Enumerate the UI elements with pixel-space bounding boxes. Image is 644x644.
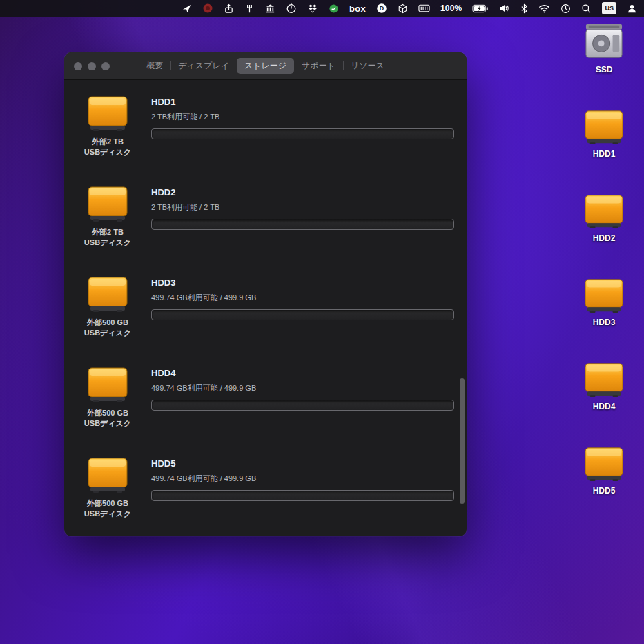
window-scrollbar[interactable] bbox=[460, 378, 465, 504]
record-app-icon[interactable] bbox=[202, 2, 213, 14]
external-drive-icon bbox=[572, 277, 636, 314]
drive-icon-column: 外部2 TB USBディスク bbox=[74, 184, 142, 265]
utensils-app-icon[interactable] bbox=[244, 2, 255, 14]
storage-panel: 外部2 TB USBディスク HDD1 2 TB利用可能 / 2 TB bbox=[64, 80, 467, 536]
traffic-lights bbox=[74, 52, 110, 79]
drive-info: HDD3 499.74 GB利用可能 / 499.9 GB bbox=[151, 275, 454, 355]
drive-row: 外部500 GB USBディスク HDD5 499.74 GB利用可能 / 49… bbox=[64, 446, 467, 536]
desktop-icon-hdd5[interactable]: HDD5 bbox=[572, 445, 636, 496]
drive-name: HDD2 bbox=[151, 187, 454, 197]
drive-caption-line2: USBディスク bbox=[74, 509, 142, 519]
input-source-badge[interactable]: US bbox=[602, 2, 616, 14]
drive-availability: 499.74 GB利用可能 / 499.9 GB bbox=[151, 383, 454, 393]
external-drive-icon bbox=[74, 94, 142, 133]
zoom-button[interactable] bbox=[101, 62, 110, 70]
drive-caption-line2: USBディスク bbox=[74, 147, 142, 157]
drive-availability: 2 TB利用可能 / 2 TB bbox=[151, 202, 454, 213]
desktop-icon-hdd3[interactable]: HDD3 bbox=[572, 277, 636, 327]
desktop: box D 100% bbox=[0, 0, 644, 644]
timer-app-icon[interactable] bbox=[286, 2, 297, 14]
tab-strip: 概要 ディスプレイ ストレージ サポート リソース bbox=[139, 58, 392, 73]
window-titlebar: 概要 ディスプレイ ストレージ サポート リソース bbox=[64, 52, 467, 80]
tab-label: リソース bbox=[351, 61, 384, 70]
tab-label: ストレージ bbox=[244, 61, 286, 70]
tab-label: ディスプレイ bbox=[178, 61, 229, 70]
drive-availability: 499.74 GB利用可能 / 499.9 GB bbox=[151, 474, 454, 484]
keyboard-icon[interactable] bbox=[418, 2, 430, 14]
external-drive-icon bbox=[74, 275, 142, 313]
drive-caption-line1: 外部500 GB bbox=[74, 318, 142, 328]
external-drive-icon bbox=[74, 365, 142, 404]
drive-usage-bar bbox=[151, 128, 454, 139]
box-logo[interactable]: box bbox=[349, 2, 366, 14]
drive-row: 外部500 GB USBディスク HDD4 499.74 GB利用可能 / 49… bbox=[64, 355, 467, 446]
drive-usage-bar bbox=[151, 490, 454, 501]
package-app-icon[interactable] bbox=[398, 2, 408, 14]
tab-5[interactable]: リソース bbox=[343, 58, 392, 73]
svg-text:D: D bbox=[380, 5, 384, 12]
drive-name: HDD1 bbox=[151, 97, 454, 107]
duckduckgo-icon[interactable]: D bbox=[376, 2, 387, 14]
storage-window: 概要 ディスプレイ ストレージ サポート リソース bbox=[64, 52, 467, 536]
battery-percent-text: 100% bbox=[440, 2, 462, 14]
drive-caption-line2: USBディスク bbox=[74, 418, 142, 429]
minimize-button[interactable] bbox=[88, 62, 96, 70]
tab-2[interactable]: ディスプレイ bbox=[170, 58, 237, 73]
close-button[interactable] bbox=[74, 62, 82, 70]
drive-caption-line1: 外部2 TB bbox=[74, 227, 142, 237]
internal-drive-icon bbox=[572, 23, 636, 61]
desktop-icon-label: SSD bbox=[572, 65, 636, 75]
drive-icon-column: 外部500 GB USBディスク bbox=[74, 365, 142, 446]
desktop-icon-column: SSD bbox=[572, 23, 636, 496]
drive-info: HDD5 499.74 GB利用可能 / 499.9 GB bbox=[151, 456, 454, 536]
drive-row: 外部2 TB USBディスク HDD2 2 TB利用可能 / 2 TB bbox=[64, 175, 467, 265]
green-status-icon[interactable] bbox=[329, 2, 339, 14]
drive-caption: 外部500 GB USBディスク bbox=[74, 498, 142, 519]
drive-info: HDD4 499.74 GB利用可能 / 499.9 GB bbox=[151, 365, 454, 446]
user-switch-icon[interactable] bbox=[627, 2, 637, 14]
drive-name: HDD4 bbox=[151, 368, 454, 378]
tab-label: 概要 bbox=[146, 61, 163, 70]
desktop-icon-hdd1[interactable]: HDD1 bbox=[572, 108, 636, 159]
spotlight-icon[interactable] bbox=[581, 2, 592, 14]
building-app-icon[interactable] bbox=[265, 2, 275, 14]
tab-label: サポート bbox=[302, 61, 335, 70]
external-drive-icon bbox=[74, 184, 142, 223]
desktop-icon-label: HDD5 bbox=[572, 486, 636, 496]
volume-icon[interactable] bbox=[499, 2, 510, 14]
tab-4[interactable]: サポート bbox=[294, 58, 343, 73]
drive-caption-line2: USBディスク bbox=[74, 328, 142, 338]
clock-icon[interactable] bbox=[560, 2, 571, 14]
menubar: box D 100% bbox=[0, 0, 644, 17]
desktop-icon-label: HDD2 bbox=[572, 233, 636, 243]
drive-usage-bar bbox=[151, 400, 454, 411]
desktop-icon-hdd2[interactable]: HDD2 bbox=[572, 193, 636, 243]
location-arrow-icon[interactable] bbox=[182, 2, 192, 14]
tab-1[interactable]: 概要 bbox=[139, 58, 170, 73]
external-drive-icon bbox=[572, 108, 636, 146]
drive-caption: 外部2 TB USBディスク bbox=[74, 227, 142, 248]
menubar-status-area: box D 100% bbox=[182, 2, 637, 14]
upload-app-icon[interactable] bbox=[224, 2, 234, 14]
drive-usage-bar bbox=[151, 309, 454, 320]
desktop-icon-hdd4[interactable]: HDD4 bbox=[572, 361, 636, 411]
drive-icon-column: 外部500 GB USBディスク bbox=[74, 275, 142, 355]
external-drive-icon bbox=[74, 456, 142, 494]
tab-3[interactable]: ストレージ bbox=[237, 58, 294, 73]
drive-caption: 外部2 TB USBディスク bbox=[74, 137, 142, 157]
drive-caption-line2: USBディスク bbox=[74, 237, 142, 248]
desktop-icon-ssd[interactable]: SSD bbox=[572, 23, 636, 75]
external-drive-icon bbox=[572, 361, 636, 398]
external-drive-icon bbox=[572, 193, 636, 230]
dropbox-icon[interactable] bbox=[307, 2, 318, 14]
wifi-icon[interactable] bbox=[538, 2, 550, 14]
drive-usage-bar bbox=[151, 219, 454, 230]
bluetooth-icon[interactable] bbox=[520, 2, 528, 14]
desktop-icon-label: HDD1 bbox=[572, 149, 636, 159]
battery-icon[interactable] bbox=[472, 2, 489, 14]
drive-name: HDD5 bbox=[151, 458, 454, 469]
drive-availability: 2 TB利用可能 / 2 TB bbox=[151, 112, 454, 122]
drive-caption-line1: 外部500 GB bbox=[74, 498, 142, 509]
drive-caption: 外部500 GB USBディスク bbox=[74, 408, 142, 429]
external-drive-icon bbox=[572, 445, 636, 482]
